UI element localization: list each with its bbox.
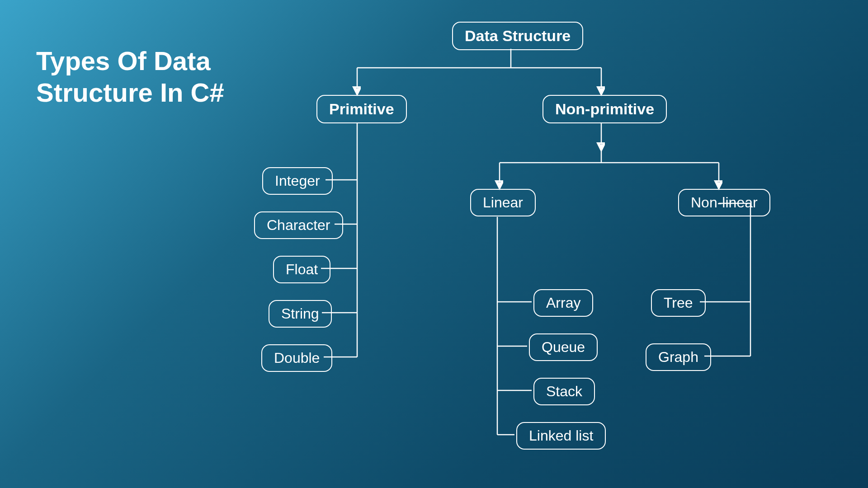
node-stack-label: Stack xyxy=(546,383,582,399)
node-primitive: Primitive xyxy=(316,95,407,123)
node-string: String xyxy=(269,300,332,328)
node-double: Double xyxy=(261,344,332,372)
node-linear-label: Linear xyxy=(483,194,523,211)
node-data-structure: Data Structure xyxy=(452,22,583,50)
node-primitive-label: Primitive xyxy=(329,100,394,117)
node-tree: Tree xyxy=(651,289,706,317)
node-string-label: String xyxy=(281,305,319,322)
node-tree-label: Tree xyxy=(664,295,693,311)
node-integer: Integer xyxy=(262,167,333,195)
node-graph: Graph xyxy=(646,343,711,371)
node-stack: Stack xyxy=(533,378,595,405)
node-float: Float xyxy=(273,256,330,283)
title-line-1: Types Of Data xyxy=(36,46,211,75)
node-linked-list-label: Linked list xyxy=(529,427,593,444)
title-line-2: Structure In C# xyxy=(36,78,224,107)
node-integer-label: Integer xyxy=(275,173,320,189)
node-array-label: Array xyxy=(546,295,580,311)
node-non-primitive-label: Non-primitive xyxy=(555,100,654,117)
node-queue-label: Queue xyxy=(542,339,585,355)
node-non-linear-label: Non-linear xyxy=(691,194,758,211)
node-double-label: Double xyxy=(274,350,320,366)
node-data-structure-label: Data Structure xyxy=(465,27,571,44)
node-character-label: Character xyxy=(267,217,330,233)
node-linear: Linear xyxy=(470,189,536,216)
node-character: Character xyxy=(254,211,343,239)
node-queue: Queue xyxy=(529,333,598,361)
node-non-primitive: Non-primitive xyxy=(542,95,667,123)
node-graph-label: Graph xyxy=(658,349,698,365)
node-non-linear: Non-linear xyxy=(678,189,770,216)
node-linked-list: Linked list xyxy=(516,422,606,450)
node-float-label: Float xyxy=(286,261,318,277)
page-title: Types Of Data Structure In C# xyxy=(36,45,224,108)
node-array: Array xyxy=(533,289,593,317)
